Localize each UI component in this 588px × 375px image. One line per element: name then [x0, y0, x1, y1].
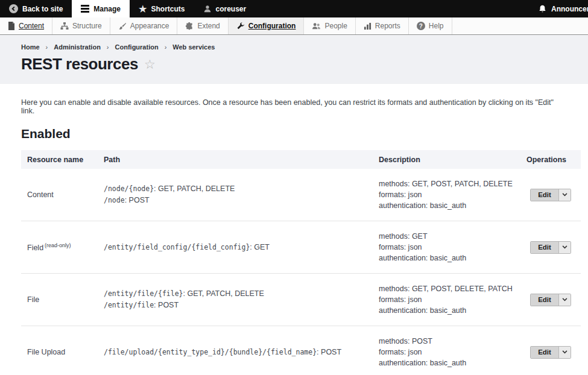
document-icon [8, 22, 15, 30]
resource-operations: Edit [526, 189, 581, 201]
table-row-field: Field(read-only) /entity/field_config/{f… [21, 221, 581, 274]
resource-description: methods: GET, POST, PATCH, DELETE format… [379, 178, 526, 211]
edit-button[interactable]: Edit [531, 242, 559, 253]
path-code: /node [104, 196, 125, 204]
description-formats: formats: json [379, 347, 526, 358]
tab-configuration[interactable]: Configuration [229, 17, 305, 34]
tab-help-label: Help [429, 22, 444, 30]
tab-reports[interactable]: Reports [356, 17, 409, 34]
tab-extend[interactable]: Extend [177, 17, 228, 34]
tab-structure-label: Structure [72, 22, 102, 30]
favorite-star-icon[interactable]: ☆ [144, 58, 156, 71]
chevron-down-icon[interactable] [559, 189, 571, 201]
sitemap-icon [60, 22, 69, 30]
tab-appearance-label: Appearance [130, 22, 169, 30]
people-icon [312, 22, 321, 30]
tab-extend-label: Extend [197, 22, 220, 30]
tab-configuration-label: Configuration [248, 22, 296, 30]
edit-dropdown-button[interactable]: Edit [530, 346, 571, 359]
star-icon: ★ [139, 4, 147, 13]
resource-name: Content [27, 191, 104, 199]
description-authentication: authentication: basic_auth [379, 253, 526, 263]
shortcuts-tab[interactable]: ★ Shortcuts [130, 0, 194, 17]
resource-paths: /entity/field_config/{field_config}: GET [104, 242, 379, 253]
path-code: /node/{node} [104, 184, 154, 193]
breadcrumb-separator: › [165, 43, 167, 51]
tab-structure[interactable]: Structure [52, 17, 110, 34]
description-methods: methods: POST [379, 336, 526, 347]
tab-content[interactable]: Content [0, 17, 52, 34]
page-description: Here you can enable and disable availabl… [21, 98, 567, 115]
announcements-label: Announcements [551, 5, 588, 13]
paintbrush-icon [118, 22, 127, 30]
help-icon: ? [417, 22, 425, 30]
resource-name: File Upload [27, 348, 104, 356]
manage-tab[interactable]: Manage [72, 0, 130, 17]
chevron-down-icon[interactable] [559, 242, 571, 253]
read-only-badge: (read-only) [45, 242, 71, 248]
description-methods: methods: GET [379, 231, 526, 242]
main-content: Here you can enable and disable availabl… [0, 98, 588, 375]
resource-paths: /file/upload/{entity_type_id}/{bundle}/{… [104, 347, 379, 358]
breadcrumb-web-services[interactable]: Web services [172, 43, 215, 51]
description-authentication: authentication: basic_auth [379, 358, 526, 368]
resource-paths: /node/{node}: GET, PATCH, DELETE /node: … [104, 183, 379, 206]
tab-help[interactable]: ? Help [409, 17, 452, 34]
announcements-button[interactable]: Announcements [539, 0, 588, 17]
resource-paths: /entity/file/{file}: GET, PATCH, DELETE … [104, 288, 379, 311]
admin-menu-bar: Content Structure Appearance Extend Conf… [0, 17, 588, 35]
back-arrow-icon [9, 4, 18, 13]
edit-button[interactable]: Edit [531, 189, 559, 201]
table-row-file-upload: File Upload /file/upload/{entity_type_id… [21, 326, 581, 375]
path-code: /entity/field_config/{field_config} [104, 243, 250, 251]
path-code: /entity/file [104, 301, 154, 309]
breadcrumb-separator: › [107, 43, 109, 51]
resource-description: methods: GET, POST, DELETE, PATCH format… [379, 283, 526, 316]
breadcrumb-configuration[interactable]: Configuration [115, 43, 159, 51]
resource-operations: Edit [526, 241, 581, 254]
user-menu[interactable]: coreuser [194, 0, 256, 17]
manage-label: Manage [93, 5, 121, 13]
bell-icon [539, 5, 546, 13]
chevron-down-icon[interactable] [559, 294, 571, 306]
column-header-path: Path [104, 156, 379, 164]
resource-name: File [27, 295, 104, 304]
description-authentication: authentication: basic_auth [379, 200, 526, 211]
edit-button[interactable]: Edit [531, 347, 559, 358]
path-methods: : POST [125, 196, 150, 204]
edit-button[interactable]: Edit [531, 294, 559, 306]
path-methods: : GET, PATCH, DELETE [183, 289, 264, 298]
path-methods: : GET [250, 243, 270, 251]
tab-reports-label: Reports [375, 22, 400, 30]
section-heading-enabled: Enabled [21, 127, 567, 141]
toolbar-filler [452, 17, 588, 34]
breadcrumb-separator: › [46, 43, 48, 51]
column-header-resource-name: Resource name [27, 156, 104, 164]
description-methods: methods: GET, POST, DELETE, PATCH [379, 283, 526, 294]
page-header: Home › Administration › Configuration › … [0, 35, 588, 84]
puzzle-icon [185, 22, 194, 30]
resource-description: methods: POST formats: json authenticati… [379, 336, 526, 368]
edit-dropdown-button[interactable]: Edit [530, 241, 571, 254]
column-header-operations: Operations [526, 156, 581, 164]
breadcrumb-home[interactable]: Home [21, 43, 40, 51]
tab-appearance[interactable]: Appearance [110, 17, 178, 34]
username-label: coreuser [216, 5, 247, 13]
table-row-content: Content /node/{node}: GET, PATCH, DELETE… [21, 169, 581, 221]
description-formats: formats: json [379, 242, 526, 253]
back-to-site-button[interactable]: Back to site [0, 0, 72, 17]
description-formats: formats: json [379, 294, 526, 305]
user-icon [203, 5, 212, 13]
tab-people[interactable]: People [304, 17, 355, 34]
table-header-row: Resource name Path Description Operation… [21, 150, 581, 169]
wrench-icon [236, 22, 245, 30]
breadcrumb-administration[interactable]: Administration [54, 43, 101, 51]
breadcrumb: Home › Administration › Configuration › … [21, 43, 588, 51]
chevron-down-icon[interactable] [559, 347, 571, 358]
edit-dropdown-button[interactable]: Edit [530, 189, 571, 201]
resource-operations: Edit [526, 346, 581, 359]
description-authentication: authentication: basic_auth [379, 305, 526, 316]
hamburger-menu-icon [81, 5, 89, 13]
edit-dropdown-button[interactable]: Edit [530, 294, 571, 306]
path-code: /entity/file/{file} [104, 289, 183, 298]
